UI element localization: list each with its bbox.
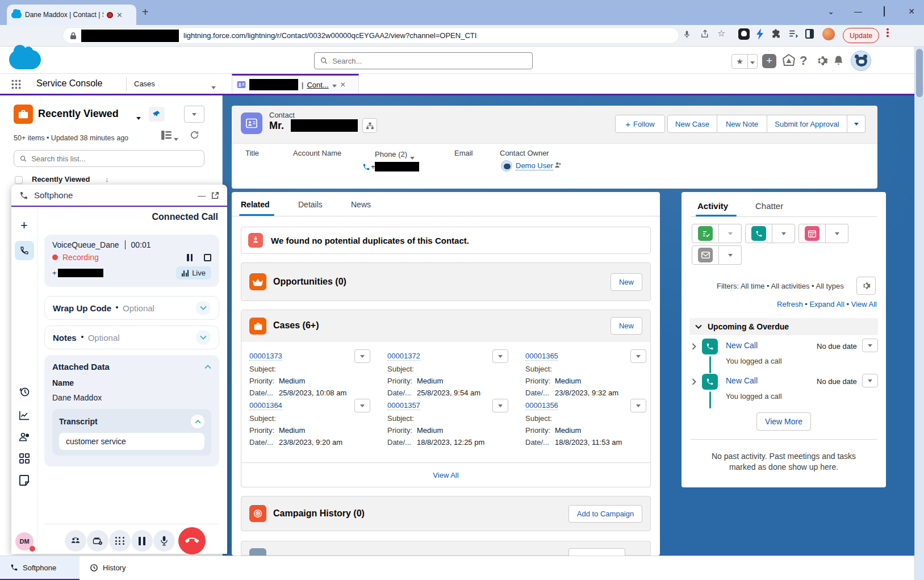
email-chevron-button[interactable] — [719, 245, 742, 265]
transcript-value[interactable]: customer service — [59, 433, 204, 450]
display-style-icon[interactable] — [161, 131, 172, 140]
end-call-button[interactable] — [178, 527, 206, 554]
bookmark-star-icon[interactable]: ☆ — [717, 28, 725, 39]
pause-recording-icon[interactable] — [187, 254, 193, 261]
case-number-link[interactable]: 00001357 — [387, 401, 420, 410]
list-search[interactable] — [14, 150, 204, 167]
log-call-button[interactable] — [745, 224, 772, 243]
call-history-icon[interactable] — [19, 386, 30, 398]
page-scrollbar[interactable] — [914, 47, 924, 580]
timeline-expand-chevron-icon[interactable] — [692, 343, 696, 350]
list-actions-dropdown-button[interactable] — [184, 106, 204, 123]
wrap-up-code-section[interactable]: Wrap Up CodeOptional — [44, 296, 219, 320]
timeline-expand-chevron-icon[interactable] — [692, 378, 696, 385]
activity-item-title-link[interactable]: New Call — [726, 376, 758, 385]
active-call-rail-tab[interactable] — [15, 241, 34, 260]
case-number-link[interactable]: 00001364 — [249, 401, 282, 410]
extension-github-icon[interactable] — [738, 28, 750, 40]
cases-view-all-link[interactable]: View All — [241, 471, 650, 479]
contact-tab-close-icon[interactable]: ✕ — [340, 81, 346, 89]
attached-data-collapse-icon[interactable] — [204, 365, 211, 369]
submit-for-approval-button[interactable]: Submit for Approval — [767, 115, 847, 133]
window-maximize-button[interactable] — [878, 7, 890, 16]
add-to-campaign-button[interactable]: Add to Campaign — [568, 505, 642, 523]
agents-icon[interactable] — [18, 432, 31, 442]
phone-value-redacted[interactable] — [375, 162, 419, 172]
metrics-chart-icon[interactable] — [19, 410, 30, 420]
new-task-button[interactable] — [692, 224, 719, 243]
phone-field-chevron-icon[interactable] — [410, 153, 415, 161]
new-tab-button[interactable]: + — [142, 6, 149, 19]
activity-filter-gear-button[interactable] — [856, 277, 876, 295]
page-scrollbar-thumb[interactable] — [916, 49, 923, 97]
dialpad-button[interactable] — [109, 530, 131, 552]
new-event-chevron-button[interactable] — [826, 224, 848, 243]
case-number-link[interactable]: 00001365 — [525, 352, 558, 361]
section-collapse-chevron-icon[interactable] — [695, 324, 702, 329]
utility-tab-history[interactable]: History — [85, 556, 126, 579]
case-row-actions-button[interactable] — [630, 349, 646, 363]
activity-item-actions-button[interactable] — [862, 374, 878, 387]
list-column-header[interactable]: Recently Viewed — [32, 175, 90, 183]
global-search[interactable] — [314, 52, 533, 69]
notes-section[interactable]: NotesOptional — [44, 326, 219, 349]
case-row-actions-button[interactable] — [354, 349, 370, 363]
help-question-icon[interactable]: ? — [800, 53, 807, 68]
list-view-title[interactable]: Recently Viewed — [38, 108, 119, 120]
change-owner-icon[interactable] — [554, 161, 562, 169]
apps-grid-icon[interactable] — [19, 453, 30, 464]
mute-mic-button[interactable] — [153, 530, 175, 552]
notes-pad-icon[interactable] — [19, 475, 30, 486]
list-view-selector-chevron-icon[interactable] — [136, 113, 141, 122]
case-row-actions-button[interactable] — [492, 349, 508, 363]
app-launcher-waffle-icon[interactable] — [11, 80, 21, 89]
address-bar[interactable]: lightning.force.com/lightning/r/Contact/… — [62, 27, 679, 44]
browser-menu-icon[interactable]: ••• — [883, 28, 892, 38]
nav-tab-contact-active[interactable]: | Cont... ✕ — [232, 74, 359, 94]
tab-news[interactable]: News — [351, 200, 371, 209]
case-number-link[interactable]: 00001372 — [387, 352, 420, 361]
activity-view-all-link[interactable]: View All — [851, 300, 877, 308]
popout-softphone-icon[interactable] — [211, 191, 219, 199]
cases-tab-chevron-icon[interactable] — [211, 82, 216, 91]
extensions-puzzle-icon[interactable] — [771, 28, 781, 39]
wrap-up-chevron-icon[interactable] — [196, 301, 211, 315]
window-menu-chevron-icon[interactable]: ⌄ — [825, 7, 837, 16]
activity-item-actions-button[interactable] — [862, 339, 878, 352]
list-search-input[interactable] — [31, 155, 198, 163]
window-minimize-button[interactable]: — — [852, 7, 864, 16]
new-event-button[interactable] — [798, 224, 826, 243]
new-note-button[interactable]: New Note — [717, 115, 767, 133]
favorites-chevron-icon[interactable] — [748, 57, 757, 66]
cases-title[interactable]: Cases (6+) — [273, 320, 319, 331]
hold-call-button[interactable] — [131, 530, 153, 552]
nav-tab-cases[interactable]: Cases — [134, 80, 155, 88]
transcript-collapse-icon[interactable] — [191, 415, 204, 428]
side-panel-icon[interactable] — [805, 29, 814, 39]
stop-recording-icon[interactable] — [204, 254, 211, 261]
window-close-button[interactable]: ✕ — [905, 7, 918, 16]
favorite-star-icon[interactable]: ★ — [732, 57, 747, 66]
notifications-bell-icon[interactable] — [833, 55, 844, 67]
trailhead-help-icon[interactable] — [781, 53, 796, 68]
browser-profile-avatar[interactable] — [822, 28, 835, 40]
view-more-button[interactable]: View More — [756, 412, 811, 431]
contact-tab-chevron-icon[interactable] — [332, 81, 337, 89]
activity-item-title-link[interactable]: New Call — [726, 341, 758, 350]
view-hierarchy-button[interactable] — [362, 118, 377, 133]
new-task-chevron-button[interactable] — [719, 224, 742, 243]
tab-details[interactable]: Details — [298, 200, 323, 209]
case-row-actions-button[interactable] — [354, 399, 370, 412]
live-badge[interactable]: Live — [176, 266, 211, 279]
case-row-actions-button[interactable] — [630, 399, 646, 412]
upcoming-overdue-section-header[interactable]: Upcoming & Overdue — [689, 318, 878, 335]
device-switch-button[interactable] — [87, 530, 108, 552]
utility-tab-softphone[interactable]: Softphone — [0, 556, 80, 579]
notes-chevron-icon[interactable] — [196, 330, 211, 345]
more-actions-chevron-button[interactable] — [847, 115, 866, 133]
tab-related[interactable]: Related — [241, 200, 270, 209]
tab-chatter[interactable]: Chatter — [755, 201, 783, 211]
browser-tab[interactable]: Dane Maddox | Contact | Sal ✕ — [7, 5, 136, 25]
global-search-input[interactable] — [332, 57, 526, 65]
expand-all-link[interactable]: Expand All — [809, 300, 844, 308]
